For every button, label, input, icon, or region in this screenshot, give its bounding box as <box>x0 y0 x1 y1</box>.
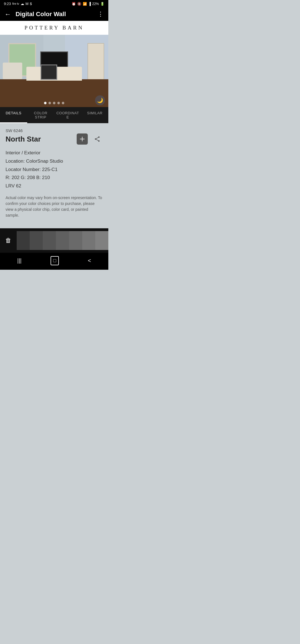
trash-icon: 🗑 <box>5 237 11 244</box>
color-code: SW 6246 <box>6 128 103 133</box>
tab-color-strip[interactable]: COLORSTRIP <box>27 107 54 123</box>
location: Location: ColorSnap Studio <box>6 158 103 165</box>
swatch-6[interactable] <box>82 231 95 250</box>
dot-3 <box>53 102 56 104</box>
room-scene <box>0 35 108 107</box>
dot-2 <box>49 102 51 104</box>
mute-icon: 🔇 <box>77 2 81 6</box>
side-sofa <box>3 63 22 79</box>
back-button[interactable]: ← <box>4 10 11 18</box>
disclaimer: Actual color may vary from on-screen rep… <box>6 195 103 218</box>
home-button[interactable]: □ <box>51 256 59 265</box>
tab-details[interactable]: DETAILS <box>0 107 27 123</box>
status-right: ⏰ 🔇 📶 ▐ 22% 🔋 <box>72 2 104 6</box>
tabs-bar: DETAILS COLORSTRIP COORDINATE SIMILAR <box>0 107 108 123</box>
app-bar-title: Digital Color Wall <box>16 11 93 18</box>
action-icons <box>77 133 103 145</box>
swatch-3[interactable] <box>43 231 56 250</box>
room-image: 🌙 <box>0 35 108 107</box>
swatch-7[interactable] <box>95 231 108 250</box>
status-left: 9:23 fire tv ☁ M $ <box>4 2 32 6</box>
wifi-icon: 📶 <box>83 2 87 6</box>
status-time: 9:23 <box>4 2 11 6</box>
lrv: LRV 62 <box>6 183 103 189</box>
dot-5 <box>62 102 64 104</box>
svg-line-6 <box>96 139 99 141</box>
plus-icon <box>79 136 85 142</box>
share-button[interactable] <box>92 133 103 145</box>
color-name: North Star <box>6 135 41 143</box>
battery-icon: 🔋 <box>100 2 104 6</box>
brand-bar: POTTERY BARN <box>0 21 108 35</box>
delete-button[interactable]: 🗑 <box>0 237 17 244</box>
rgb-values: R: 202 G: 208 B: 210 <box>6 174 103 181</box>
svg-rect-1 <box>80 139 85 139</box>
color-swatches <box>17 231 108 250</box>
more-options-button[interactable]: ⋮ <box>98 11 104 18</box>
swatch-4[interactable] <box>56 231 69 250</box>
nav-bar: ||| □ < <box>0 253 108 270</box>
room-bg <box>0 35 108 107</box>
add-to-palette-button[interactable] <box>77 133 88 145</box>
tab-coordinate[interactable]: COORDINATE <box>54 107 81 123</box>
swatch-2[interactable] <box>30 231 43 250</box>
battery-level: 22% <box>92 2 99 6</box>
bookshelf <box>88 43 104 85</box>
sync-icon: ☁ <box>21 2 24 6</box>
moon-icon: 🌙 <box>97 97 103 103</box>
dot-4 <box>58 102 60 104</box>
swatch-5[interactable] <box>69 231 82 250</box>
color-name-row: North Star <box>6 133 103 145</box>
detail-content: SW 6246 North Star <box>0 123 108 228</box>
locator-number: Locator Number: 225-C1 <box>6 166 103 173</box>
detail-info: Interior / Exterior Location: ColorSnap … <box>6 150 103 189</box>
share-icon <box>94 136 101 142</box>
brand-logo: POTTERY BARN <box>24 25 84 31</box>
fire-tv-icon: fire tv <box>12 2 19 5</box>
signal-icon: ▐ <box>88 2 91 6</box>
bottom-color-strip: 🗑 <box>0 228 108 253</box>
svg-line-5 <box>96 137 99 139</box>
recent-apps-button[interactable]: ||| <box>12 256 27 265</box>
alarm-icon: ⏰ <box>72 2 76 6</box>
night-mode-button[interactable]: 🌙 <box>95 95 105 105</box>
status-bar: 9:23 fire tv ☁ M $ ⏰ 🔇 📶 ▐ 22% 🔋 <box>0 0 108 8</box>
gmail-icon: M <box>26 2 29 6</box>
tab-similar[interactable]: SIMILAR <box>81 107 109 123</box>
dollar-icon: $ <box>30 2 32 6</box>
app-bar: ← Digital Color Wall ⋮ <box>0 8 108 21</box>
interior-exterior: Interior / Exterior <box>6 150 103 156</box>
carousel-dots <box>44 102 64 104</box>
swatch-1[interactable] <box>17 231 30 250</box>
dot-1 <box>44 102 47 104</box>
fireplace <box>41 65 57 80</box>
back-nav-button[interactable]: < <box>82 256 97 265</box>
